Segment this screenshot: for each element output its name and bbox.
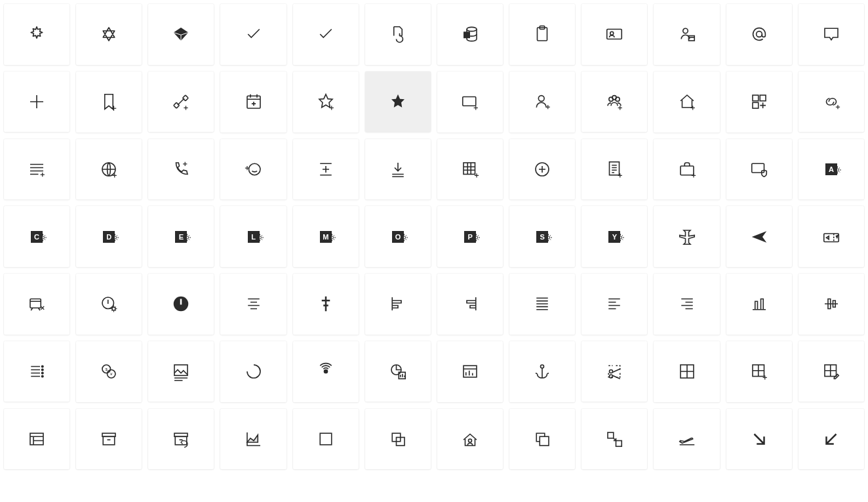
add-online-meeting-icon[interactable] [76, 139, 142, 200]
admin-y-logo-icon[interactable]: Y [582, 206, 647, 267]
add-in-tiles-icon[interactable] [726, 72, 792, 133]
align-vertical-center-tall-icon[interactable] [799, 274, 864, 335]
admin-d-logo-icon[interactable]: D [76, 206, 142, 267]
tiles-add-icon[interactable] [726, 341, 792, 402]
align-center-icon[interactable] [220, 274, 286, 335]
account-management-icon[interactable] [654, 4, 719, 65]
favorite-star-fill-icon[interactable] [365, 72, 431, 133]
all-apps-list-icon[interactable] [4, 341, 69, 402]
arrow-down-left-icon[interactable] [799, 409, 864, 470]
svg-rect-54 [103, 436, 115, 445]
tiles-four-icon[interactable] [654, 341, 719, 402]
admin-c-logo-icon[interactable]: C [4, 206, 69, 267]
checkmark-icon[interactable] [293, 4, 359, 65]
add-work-icon[interactable] [654, 139, 719, 200]
star-of-david-icon[interactable] [76, 4, 142, 65]
add-notes-icon[interactable] [4, 139, 69, 200]
align-text-right-icon[interactable] [654, 274, 719, 335]
svg-rect-5 [607, 30, 622, 39]
svg-rect-20 [753, 102, 759, 108]
sun-outline-icon[interactable] [4, 4, 69, 65]
add-icon[interactable] [4, 72, 69, 133]
arrow-down-right-icon[interactable] [726, 409, 792, 470]
diamond-3d-icon[interactable] [148, 4, 214, 65]
add-reaction-icon[interactable] [220, 139, 286, 200]
svg-point-47 [610, 375, 613, 378]
align-justify-icon[interactable] [509, 274, 575, 335]
admin-o-logo-icon[interactable]: O [365, 206, 431, 267]
svg-rect-23 [464, 163, 475, 175]
add-event-icon[interactable] [220, 72, 286, 133]
align-horizontal-center-icon[interactable] [293, 274, 359, 335]
add-document-plus-icon[interactable] [582, 139, 647, 200]
svg-text:$: $ [106, 367, 108, 371]
admin-m-logo-icon[interactable]: M [293, 206, 359, 267]
download-to-line-icon[interactable] [365, 139, 431, 200]
airplane-outline-icon[interactable] [654, 206, 719, 267]
svg-point-48 [610, 370, 613, 373]
image-alt-text-icon[interactable] [148, 341, 214, 402]
svg-point-35 [42, 372, 44, 374]
news-layout-icon[interactable] [4, 409, 69, 470]
arrange-behind-icon[interactable] [365, 409, 431, 470]
archive-box-icon[interactable] [76, 409, 142, 470]
alarm-clock-cancel-icon[interactable] [4, 274, 69, 335]
align-text-left-icon[interactable] [582, 274, 647, 335]
document-recurring-icon[interactable] [365, 4, 431, 65]
checkmark-icon[interactable] [220, 4, 286, 65]
admin-e-logo-icon[interactable]: E [148, 206, 214, 267]
square-outline-icon[interactable] [293, 409, 359, 470]
arrange-by-from-icon[interactable] [582, 409, 647, 470]
alert-settings-icon[interactable] [76, 274, 142, 335]
area-chart-icon[interactable] [220, 409, 286, 470]
add-bookmark-icon[interactable] [76, 72, 142, 133]
align-right-edge-icon[interactable] [437, 274, 503, 335]
align-left-edge-icon[interactable] [365, 274, 431, 335]
clipboard-icon[interactable] [509, 4, 575, 65]
add-favorite-star-icon[interactable] [293, 72, 359, 133]
access-database-icon[interactable]: A [437, 4, 503, 65]
svg-rect-61 [540, 436, 549, 446]
add-screen-shield-icon[interactable] [726, 139, 792, 200]
signal-radar-icon[interactable] [293, 341, 359, 402]
svg-rect-29 [30, 299, 41, 308]
align-distribute-vertical-icon[interactable] [293, 139, 359, 200]
svg-rect-41 [174, 365, 187, 375]
admin-s-logo-icon[interactable]: S [509, 206, 575, 267]
snip-tool-icon[interactable] [582, 341, 647, 402]
tiles-edit-icon[interactable] [799, 341, 864, 402]
contact-card-icon[interactable] [582, 4, 647, 65]
at-sign-icon[interactable] [726, 4, 792, 65]
admin-p-logo-icon[interactable]: P [437, 206, 503, 267]
air-tickets-icon[interactable] [799, 206, 864, 267]
svg-point-9 [756, 31, 762, 37]
add-connection-icon[interactable] [148, 72, 214, 133]
svg-rect-10 [174, 102, 180, 108]
home-group-icon[interactable] [437, 409, 503, 470]
svg-rect-26 [681, 166, 694, 175]
add-friend-icon[interactable] [509, 72, 575, 133]
add-home-icon[interactable] [654, 72, 719, 133]
annotation-icon[interactable] [799, 4, 864, 65]
svg-rect-52 [30, 433, 43, 445]
departure-icon[interactable] [654, 409, 719, 470]
anchor-lock-icon[interactable] [509, 341, 575, 402]
arrange-front-icon[interactable] [509, 409, 575, 470]
add-screen-icon[interactable] [437, 72, 503, 133]
add-table-icon[interactable] [437, 139, 503, 200]
add-group-icon[interactable] [582, 72, 647, 133]
add-link-icon[interactable] [799, 72, 864, 133]
admin-l-logo-icon[interactable]: L [220, 206, 286, 267]
all-currency-icon[interactable]: $¥ [76, 341, 142, 402]
admin-a-logo-icon[interactable]: A [799, 139, 864, 200]
add-circle-icon[interactable] [509, 139, 575, 200]
add-phone-icon[interactable] [148, 139, 214, 200]
analytics-report-icon[interactable] [365, 341, 431, 402]
airplane-solid-icon[interactable] [726, 206, 792, 267]
progress-ring-icon[interactable] [220, 341, 286, 402]
alert-solid-icon[interactable] [148, 274, 214, 335]
align-bottom-bars-icon[interactable] [726, 274, 792, 335]
svg-point-36 [42, 375, 44, 377]
archive-undo-icon[interactable] [148, 409, 214, 470]
analytics-view-icon[interactable] [437, 341, 503, 402]
